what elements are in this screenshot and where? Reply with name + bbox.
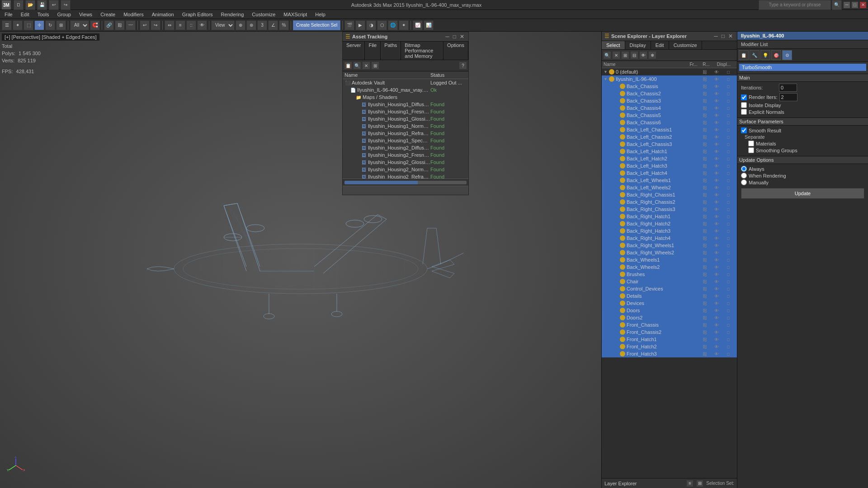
scene-layer-row[interactable]: Doors⛓👁□ [602, 307, 737, 314]
undo-btn[interactable]: ↩ [49, 0, 59, 10]
scene-layer-row[interactable]: Back_Right_Hatch3⛓👁□ [602, 227, 737, 235]
scene-layer-row[interactable]: Back_Right_Hatch2⛓👁□ [602, 220, 737, 227]
align-btn[interactable]: ≡ [175, 20, 185, 30]
select-region-btn[interactable]: ⬚ [24, 20, 33, 30]
scene-layer-row[interactable]: Front_Hatch1⛓👁□ [602, 336, 737, 343]
scene-layer-row[interactable]: Control_Devices⛓👁□ [602, 285, 737, 292]
scene-layer-row[interactable]: Back_Chassis3⛓👁□ [602, 97, 737, 104]
asset-menu-file[interactable]: File [365, 42, 381, 60]
pivot-btn[interactable]: ⊛ [246, 20, 256, 30]
asset-row[interactable]: 🖼Ilyushin_Housing1_Fresnel.pngFound [343, 108, 468, 115]
scene-layer-row[interactable]: Back_Left_Hatch3⛓👁□ [602, 162, 737, 169]
asset-row[interactable]: 🖼Ilyushin_Housing2_Refraction.pngFound [343, 173, 468, 178]
scene-tb-4[interactable]: ⊟ [630, 51, 638, 59]
asset-row[interactable]: 🖼Ilyushin_Housing2_Diffuse.pngFound [343, 144, 468, 151]
scene-tb-3[interactable]: ⊞ [621, 51, 629, 59]
mod-tab-3[interactable]: 💡 [760, 50, 770, 60]
select-by-name-btn[interactable]: ✦ [13, 20, 23, 30]
scene-layer-row[interactable]: Back_Right_Hatch1⛓👁□ [602, 213, 737, 220]
isolate-display-check[interactable] [741, 102, 747, 108]
magnet-btn[interactable]: 🧲 [90, 20, 100, 30]
ref-coord-btn[interactable]: ⊕ [236, 20, 245, 30]
menu-rendering[interactable]: Rendering [217, 10, 248, 19]
search-box[interactable]: Type a keyword or phrase [759, 0, 831, 10]
redo-btn[interactable]: ↪ [61, 0, 71, 10]
snap-btn[interactable]: 3 [257, 20, 267, 30]
open-btn[interactable]: 📂 [25, 0, 35, 10]
mod-tab-2[interactable]: 🔧 [750, 50, 760, 60]
scene-layer-row[interactable]: Back_Left_Chassis2⛓👁□ [602, 133, 737, 141]
percent-snap-btn[interactable]: % [279, 20, 289, 30]
scene-close-btn[interactable]: ✕ [727, 33, 734, 39]
asset-menu-paths[interactable]: Paths [381, 42, 401, 60]
mod-tab-5[interactable]: ⚙ [782, 50, 792, 60]
scene-layer-row[interactable]: Back_Left_Hatch2⛓👁□ [602, 155, 737, 162]
asset-minimize-btn[interactable]: ─ [444, 33, 451, 40]
redo-scene-btn[interactable]: ↪ [151, 20, 160, 30]
mat-editor-btn[interactable]: ⬡ [377, 20, 387, 30]
schematic-btn[interactable]: 📊 [424, 20, 434, 30]
scene-layer-row[interactable]: Back_Right_Chassis3⛓👁□ [602, 206, 737, 213]
asset-tb-help[interactable]: ? [459, 61, 467, 70]
materials-check[interactable] [748, 141, 754, 146]
hide-select-btn[interactable]: 👁 [197, 20, 207, 30]
scene-layer-row[interactable]: Back_Chassis⛓👁□ [602, 83, 737, 90]
mirror-btn[interactable]: ⇔ [165, 20, 175, 30]
scene-layer-row[interactable]: Front_Hatch2⛓👁□ [602, 343, 737, 350]
select-filter-dropdown[interactable]: All [70, 20, 89, 30]
array-btn[interactable]: :: [186, 20, 196, 30]
create-selection-btn[interactable]: Create Selection Sel [293, 20, 340, 30]
asset-menu-server[interactable]: Server [343, 42, 365, 60]
asset-tb-3[interactable]: ✕ [362, 61, 370, 70]
scene-tab-edit[interactable]: Edit [651, 41, 669, 49]
render-effects-btn[interactable]: ✦ [399, 20, 409, 30]
scene-layer-row[interactable]: Front_Chassis2⛓👁□ [602, 328, 737, 336]
menu-help[interactable]: Help [311, 10, 329, 19]
render-iters-input[interactable] [779, 93, 797, 101]
scene-tb-1[interactable]: 🔍 [603, 51, 611, 59]
new-btn[interactable]: 🗋 [14, 0, 24, 10]
menu-customize[interactable]: Customize [248, 10, 279, 19]
asset-row[interactable]: 🖼Ilyushin_Housing1_Diffuse.pngFound [343, 101, 468, 108]
smoothing-groups-check[interactable] [748, 147, 754, 153]
menu-edit[interactable]: Edit [17, 10, 33, 19]
asset-row[interactable]: 🖼Ilyushin_Housing1_Glossiness.pngFound [343, 115, 468, 122]
asset-row[interactable]: 🖼Ilyushin_Housing1_Specular.pngFound [343, 137, 468, 144]
asset-tb-2[interactable]: 🔍 [353, 61, 361, 70]
always-radio[interactable] [741, 166, 747, 172]
asset-row[interactable]: 🖼Ilyushin_Housing2_Fresnel.pngFound [343, 151, 468, 159]
scene-layer-row[interactable]: Back_Left_Wheels2⛓👁□ [602, 184, 737, 191]
close-btn[interactable]: ✕ [860, 2, 866, 8]
scene-layer-row[interactable]: Back_Right_Chassis1⛓👁□ [602, 191, 737, 198]
asset-restore-btn[interactable]: □ [452, 33, 458, 40]
scene-layer-row[interactable]: Back_Right_Hatch4⛓👁□ [602, 235, 737, 242]
manually-radio[interactable] [741, 179, 747, 185]
render-iters-check[interactable] [741, 94, 747, 100]
scene-hide-icon[interactable]: 👁 [639, 51, 647, 59]
asset-close-btn[interactable]: ✕ [458, 33, 466, 40]
scene-layer-row[interactable]: Back_Chassis6⛓👁□ [602, 119, 737, 126]
scene-freeze-icon[interactable]: ❄ [648, 51, 656, 59]
menu-file[interactable]: File [1, 10, 16, 19]
scene-layer-row[interactable]: Back_Left_Hatch4⛓👁□ [602, 169, 737, 177]
scale-btn[interactable]: ⊞ [56, 20, 66, 30]
render-setup-btn[interactable]: 🎬 [344, 20, 354, 30]
angle-snap-btn[interactable]: ∠ [268, 20, 278, 30]
iterations-input[interactable] [779, 84, 797, 92]
render-env-btn[interactable]: 🌐 [388, 20, 398, 30]
menu-animation[interactable]: Animation [148, 10, 178, 19]
menu-group[interactable]: Group [53, 10, 75, 19]
asset-row[interactable]: 🖼Ilyushin_Housing1_Normal.pngFound [343, 122, 468, 130]
scene-layer-row[interactable]: Doors2⛓👁□ [602, 314, 737, 321]
asset-row[interactable]: 📄Ilyushin_IL-96-400_max_vray.maxOk [343, 86, 468, 94]
asset-menu-bitmap[interactable]: Bitmap Performance and Memory [401, 42, 443, 60]
view-dropdown[interactable]: View [211, 20, 235, 30]
scene-layer-row[interactable]: Back_Left_Hatch1⛓👁□ [602, 148, 737, 155]
menu-tools[interactable]: Tools [34, 10, 53, 19]
scene-layer-row[interactable]: Back_Right_Wheels1⛓👁□ [602, 242, 737, 249]
menu-create[interactable]: Create [97, 10, 119, 19]
scene-tb-2[interactable]: ✕ [612, 51, 620, 59]
scene-layer-row[interactable]: Back_Left_Chassis1⛓👁□ [602, 126, 737, 133]
smooth-result-check[interactable] [741, 127, 747, 133]
search-btn[interactable]: 🔍 [832, 0, 842, 10]
